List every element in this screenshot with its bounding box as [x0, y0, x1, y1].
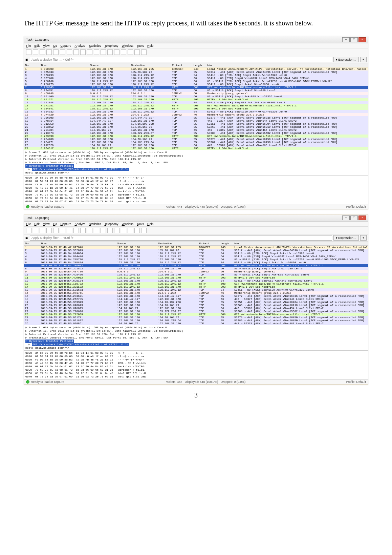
- packet-row[interactable]: 36.076993192.168.31.170128.119.245.12TCP…: [24, 74, 368, 77]
- jump-icon[interactable]: [80, 228, 86, 233]
- fwd-icon[interactable]: [73, 228, 79, 233]
- packet-row[interactable]: 76.289043192.168.31.170128.119.245.12HTT…: [24, 86, 368, 89]
- menu-item-analyze[interactable]: Analyze: [74, 222, 85, 226]
- packet-row[interactable]: 178.236508192.168.31.170104.244.42.197TC…: [24, 116, 368, 119]
- goto-icon[interactable]: [87, 49, 92, 55]
- column-header[interactable]: Protocol: [171, 63, 193, 67]
- hex-dump-pane[interactable]: 0000 34 ce 00 59 c6 e8 f8 bc 12 04 14 61…: [24, 350, 368, 379]
- packet-row[interactable]: 232018-09-25 12:46:56.712039192.168.31.1…: [24, 313, 368, 316]
- tree-item-http[interactable]: ▾ Hypertext Transfer Protocol: [25, 164, 74, 168]
- close-button[interactable]: ×: [358, 37, 366, 42]
- menu-item-statistics[interactable]: Statistics: [89, 44, 101, 47]
- close-button[interactable]: ×: [358, 215, 366, 220]
- packet-row[interactable]: 268.912520104.26.168.79192.168.31.170TCP…: [24, 144, 368, 147]
- menu-item-telephony[interactable]: Telephony: [105, 222, 118, 226]
- tree-item[interactable]: ▷ Frame 7: 608 bytes on wire (4864 bits)…: [25, 326, 367, 329]
- packet-row[interactable]: 182018-09-25 12:46:56.262755104.244.42.1…: [24, 297, 368, 301]
- column-header[interactable]: Destination: [130, 63, 171, 67]
- packet-row[interactable]: 157.584632192.168.31.170128.119.245.12TC…: [24, 110, 368, 113]
- tree-item[interactable]: ▷ Frame 7: 608 bytes on wire (4864 bits)…: [25, 151, 367, 154]
- packet-row[interactable]: 46.077489192.168.31.170128.119.245.12TCP…: [24, 77, 368, 80]
- menu-item-view[interactable]: View: [43, 44, 49, 47]
- menu-item-edit[interactable]: Edit: [35, 44, 40, 47]
- zoom-in-icon[interactable]: [121, 228, 126, 233]
- packet-list[interactable]: No.TimeSourceDestinationProtocolLengthIn…: [24, 63, 368, 150]
- packet-row[interactable]: 252018-09-25 12:46:56.901812192.168.31.1…: [24, 319, 368, 322]
- packet-row[interactable]: 132018-09-25 12:46:55.168782192.168.31.1…: [24, 282, 368, 285]
- column-header[interactable]: Protocol: [198, 242, 220, 246]
- packet-row[interactable]: 52018-09-25 12:46:54.285710128.119.245.1…: [24, 258, 368, 261]
- menu-item-capture[interactable]: Capture: [60, 222, 71, 226]
- packet-row[interactable]: 228.713573192.168.31.170103.229.206.27TC…: [24, 131, 368, 135]
- goto-icon[interactable]: [87, 228, 92, 233]
- packet-row[interactable]: 222018-09-25 12:46:56.710616192.168.31.1…: [24, 310, 368, 313]
- tree-item[interactable]: Host: gaia.cs.umass.edu\r\n: [25, 171, 367, 174]
- tree-item-get[interactable]: GET /wireshark-labs/INTRO-wireshark-file…: [32, 168, 129, 171]
- menu-item-help[interactable]: Help: [147, 44, 154, 47]
- packet-row[interactable]: 92018-09-25 12:46:54.4577860.0.0.0224.0.…: [24, 270, 368, 273]
- packet-row[interactable]: 142018-09-25 12:46:55.381582128.119.245.…: [24, 285, 368, 288]
- menu-item-statistics[interactable]: Statistics: [89, 222, 101, 226]
- menu-item-tools[interactable]: Tools: [137, 44, 144, 47]
- packet-row[interactable]: 258.904771192.168.31.170104.108.215.64TC…: [24, 141, 368, 144]
- packet-row[interactable]: 12018-09-25 12:46:47.997048192.168.31.17…: [24, 246, 368, 249]
- auto-icon[interactable]: [107, 228, 113, 233]
- column-header[interactable]: Destination: [157, 242, 198, 246]
- packet-list[interactable]: No.TimeSourceDestinationProtocolLengthIn…: [24, 242, 368, 325]
- minimize-button[interactable]: –: [342, 215, 350, 220]
- menu-item-go[interactable]: Go: [53, 44, 57, 47]
- fwd-icon[interactable]: [73, 49, 79, 55]
- expression-plus[interactable]: +: [360, 235, 367, 241]
- packet-row[interactable]: 122018-09-25 12:46:54.698184192.168.31.1…: [24, 279, 368, 282]
- packet-row[interactable]: 62018-09-25 12:46:54.285814192.168.31.17…: [24, 261, 368, 264]
- packet-row[interactable]: 167.974720192.168.31.170224.0.0.252IGMPv…: [24, 113, 368, 116]
- tree-item[interactable]: ▷ Internet Protocol Version 4, Src: 192.…: [25, 158, 367, 161]
- maximize-button[interactable]: □: [350, 37, 358, 42]
- menu-item-capture[interactable]: Capture: [60, 44, 71, 47]
- column-header[interactable]: Length: [220, 242, 233, 246]
- packet-row[interactable]: 242018-09-25 12:46:56.901741192.168.31.1…: [24, 316, 368, 319]
- save-icon[interactable]: [40, 49, 45, 55]
- packet-row[interactable]: 218.701884104.16.168.79192.168.31.170TCP…: [24, 128, 368, 131]
- tree-item[interactable]: Host: gaia.cs.umass.edu\r\n: [25, 346, 367, 350]
- packet-row[interactable]: 152018-09-25 12:46:55.581673192.168.31.1…: [24, 288, 368, 291]
- packet-row[interactable]: 82018-09-25 12:46:54.291892128.119.245.1…: [24, 267, 368, 270]
- zoom-out-icon[interactable]: [128, 228, 133, 233]
- fin-icon[interactable]: [26, 49, 31, 55]
- menu-item-wireless[interactable]: Wireless: [122, 44, 134, 47]
- packet-row[interactable]: 126.701148192.168.31.170128.119.245.12TC…: [24, 101, 368, 104]
- tree-item[interactable]: ▷ Transmission Control Protocol, Src Por…: [25, 336, 367, 340]
- close-icon[interactable]: [46, 228, 52, 233]
- tree-item[interactable]: ▷ Internet Protocol Version 4, Src: 192.…: [25, 333, 367, 336]
- packet-row[interactable]: 42018-09-25 12:46:54.074446192.168.31.17…: [24, 255, 368, 258]
- packet-row[interactable]: 56.288169128.119.245.12192.168.31.170TCP…: [24, 80, 368, 83]
- hex-dump-pane[interactable]: 0000 34 ce 00 59 c6 e8 f8 bc 12 04 14 61…: [24, 175, 368, 204]
- column-header[interactable]: No.: [24, 63, 40, 67]
- titlebar[interactable]: Task - 1a.pcapng – □ ×: [24, 36, 368, 43]
- menu-item-wireless[interactable]: Wireless: [122, 222, 134, 226]
- packet-details-pane[interactable]: ▷ Frame 7: 608 bytes on wire (4864 bits)…: [24, 325, 368, 350]
- menu-item-analyze[interactable]: Analyze: [74, 44, 85, 47]
- menu-item-tools[interactable]: Tools: [137, 222, 144, 226]
- column-header[interactable]: Info: [233, 242, 368, 246]
- packet-row[interactable]: 106.501409128.119.245.12192.168.31.170TC…: [24, 95, 368, 98]
- menu-item-telephony[interactable]: Telephony: [105, 44, 118, 47]
- packet-row[interactable]: 22018-09-25 12:46:53.362079192.168.31.17…: [24, 249, 368, 252]
- packet-row[interactable]: 25.365038192.168.31.170185.26.182.93TCP5…: [24, 70, 368, 74]
- packet-row[interactable]: 248.904700192.168.31.170104.26.168.79TCP…: [24, 138, 368, 141]
- column-header[interactable]: Time: [40, 242, 116, 246]
- packet-row[interactable]: 162018-09-25 12:46:55.971761192.168.31.1…: [24, 291, 368, 294]
- packet-row[interactable]: 112018-09-25 12:46:54.499012128.119.245.…: [24, 276, 368, 279]
- packet-row[interactable]: 202018-09-25 12:46:56.690693192.168.31.1…: [24, 304, 368, 307]
- status-profile[interactable]: Profile: Default: [346, 205, 366, 208]
- close-icon[interactable]: [46, 49, 52, 55]
- packet-row[interactable]: 147.384541128.119.245.12192.168.31.170HT…: [24, 107, 368, 110]
- jump-icon[interactable]: [80, 49, 86, 55]
- expression-button[interactable]: ▾ Expression…: [333, 57, 359, 62]
- tree-item[interactable]: ▷ Ethernet II, Src: Dell_04:14:61 (f8:bc…: [25, 154, 367, 158]
- packet-row[interactable]: 72018-09-25 12:46:54.286083192.168.31.17…: [24, 264, 368, 267]
- resize-icon[interactable]: [141, 228, 147, 233]
- packet-row[interactable]: 278.934617128.119.245.12192.168.31.170HT…: [24, 147, 368, 150]
- packet-row[interactable]: 116.501971128.119.245.12192.168.31.170HT…: [24, 98, 368, 101]
- packet-row[interactable]: 198.312358192.168.31.170104.16.192.208TC…: [24, 122, 368, 125]
